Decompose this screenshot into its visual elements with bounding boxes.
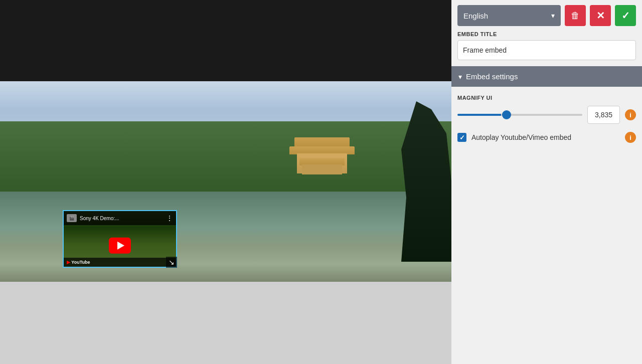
autoplay-row: ✓ Autoplay Youtube/Vimeo embed i <box>457 132 636 143</box>
youtube-embed[interactable]: 🎬 Sony 4K Demo:... ⋮ ▶ YouTube ↘ <box>63 210 177 268</box>
checkmark-icon: ✓ <box>459 134 465 141</box>
magnify-ui-label: MAGNIFY UI <box>457 95 636 101</box>
main-image: 🎬 Sony 4K Demo:... ⋮ ▶ YouTube ↘ <box>0 81 451 282</box>
temple-base <box>302 164 342 174</box>
magnify-ui-row: 3,835 i <box>457 106 636 124</box>
embed-title-label: EMBED TITLE <box>457 31 636 37</box>
autoplay-checkbox[interactable]: ✓ <box>457 133 466 142</box>
youtube-logo: ▶ YouTube <box>67 260 90 265</box>
autoplay-label: Autoplay Youtube/Vimeo embed <box>471 133 620 141</box>
language-dropdown[interactable]: English ▾ <box>457 5 561 26</box>
settings-chevron-icon: ▾ <box>458 73 462 81</box>
toolbar: English ▾ 🗑 ✕ ✓ <box>451 0 642 31</box>
bottom-gray-area <box>0 282 451 364</box>
youtube-footer: ▶ YouTube <box>64 258 176 267</box>
youtube-header: 🎬 Sony 4K Demo:... ⋮ <box>64 211 176 225</box>
embed-title-input[interactable] <box>457 40 636 60</box>
temple <box>292 137 352 183</box>
youtube-menu-dots[interactable]: ⋮ <box>166 214 173 222</box>
temple-roof-top <box>294 137 350 147</box>
youtube-title: Sony 4K Demo:... <box>80 216 166 221</box>
right-panel: English ▾ 🗑 ✕ ✓ EMBED TITLE ▾ Embed sett… <box>451 0 642 364</box>
confirm-button[interactable]: ✓ <box>615 5 636 26</box>
youtube-thumbnail: 🎬 Sony 4K Demo:... ⋮ ▶ YouTube <box>64 211 176 267</box>
cancel-button[interactable]: ✕ <box>590 5 611 26</box>
delete-button[interactable]: 🗑 <box>565 5 586 26</box>
magnify-slider[interactable] <box>457 114 582 116</box>
embed-settings-body: MAGNIFY UI 3,835 i ✓ Autoplay Youtube/Vi… <box>451 87 642 151</box>
magnify-info-icon[interactable]: i <box>625 109 636 120</box>
info-letter: i <box>629 111 631 119</box>
youtube-play-button[interactable] <box>109 237 131 253</box>
language-chevron-icon: ▾ <box>551 12 555 20</box>
embed-settings-title: Embed settings <box>466 72 518 81</box>
play-triangle-icon <box>117 241 124 249</box>
check-icon: ✓ <box>621 10 630 22</box>
magnify-value-display: 3,835 <box>587 106 620 124</box>
top-black-bar <box>0 0 451 81</box>
embed-settings-header[interactable]: ▾ Embed settings <box>451 66 642 87</box>
left-panel: 🎬 Sony 4K Demo:... ⋮ ▶ YouTube ↘ <box>0 0 451 364</box>
resize-handle[interactable]: ↘ <box>166 257 177 268</box>
language-label: English <box>463 12 488 20</box>
autoplay-info-icon[interactable]: i <box>625 132 636 143</box>
close-icon: ✕ <box>596 10 605 22</box>
youtube-icon: 🎬 <box>67 214 77 222</box>
embed-title-section: EMBED TITLE <box>451 31 642 66</box>
trash-icon: 🗑 <box>571 11 580 21</box>
resize-arrow-icon: ↘ <box>169 258 175 266</box>
info-letter-2: i <box>629 134 631 141</box>
